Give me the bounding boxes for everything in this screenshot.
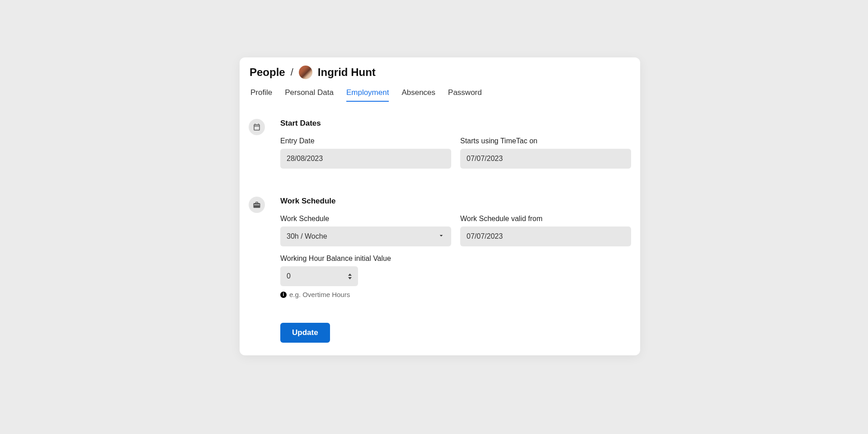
section-start-dates: Start Dates Entry Date 28/08/2023 Starts…: [249, 119, 631, 177]
valid-from-label: Work Schedule valid from: [460, 215, 631, 223]
entry-date-input[interactable]: 28/08/2023: [280, 149, 451, 169]
breadcrumb-name: Ingrid Hunt: [318, 66, 376, 79]
avatar: [299, 66, 312, 79]
balance-hint: i e.g. Overtime Hours: [280, 291, 358, 298]
info-icon: i: [280, 292, 287, 298]
tab-employment[interactable]: Employment: [346, 85, 389, 102]
starts-using-input[interactable]: 07/07/2023: [460, 149, 631, 169]
tab-absences[interactable]: Absences: [401, 85, 435, 102]
briefcase-icon: [249, 197, 265, 213]
update-button[interactable]: Update: [280, 323, 330, 343]
calendar-icon: [249, 119, 265, 135]
entry-date-value: 28/08/2023: [287, 155, 323, 163]
tab-personal-data[interactable]: Personal Data: [285, 85, 334, 102]
work-schedule-value: 30h / Woche: [287, 232, 327, 241]
tabs: Profile Personal Data Employment Absence…: [249, 85, 631, 102]
tab-password[interactable]: Password: [448, 85, 482, 102]
starts-using-label: Starts using TimeTac on: [460, 137, 631, 145]
section-title-work-schedule: Work Schedule: [280, 197, 631, 206]
balance-hint-text: e.g. Overtime Hours: [289, 291, 350, 298]
balance-label: Working Hour Balance initial Value: [280, 255, 391, 263]
breadcrumb-separator: /: [291, 66, 293, 78]
tab-profile[interactable]: Profile: [250, 85, 272, 102]
valid-from-value: 07/07/2023: [467, 232, 503, 241]
stepper-up-icon[interactable]: [348, 274, 352, 276]
work-schedule-select[interactable]: 30h / Woche: [280, 226, 451, 246]
balance-stepper[interactable]: 0: [280, 266, 358, 286]
balance-value: 0: [287, 272, 291, 280]
valid-from-input[interactable]: 07/07/2023: [460, 226, 631, 246]
chevron-down-icon: [438, 232, 445, 241]
breadcrumb-root[interactable]: People: [250, 66, 285, 79]
section-title-start-dates: Start Dates: [280, 119, 631, 128]
breadcrumb: People / Ingrid Hunt: [249, 66, 631, 79]
employee-card: People / Ingrid Hunt Profile Personal Da…: [240, 57, 640, 355]
section-work-schedule: Work Schedule Work Schedule 30h / Woche …: [249, 197, 631, 298]
entry-date-label: Entry Date: [280, 137, 451, 145]
work-schedule-label: Work Schedule: [280, 215, 451, 223]
stepper-down-icon[interactable]: [348, 277, 352, 279]
starts-using-value: 07/07/2023: [467, 155, 503, 163]
